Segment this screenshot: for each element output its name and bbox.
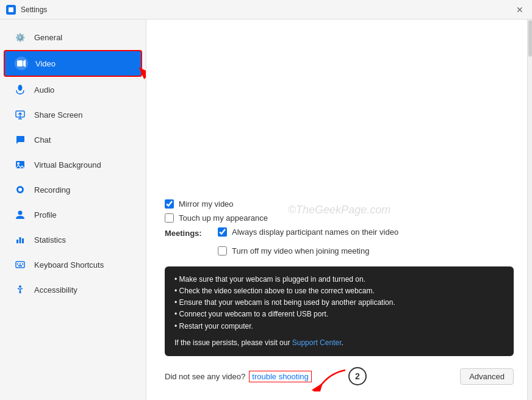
did-not-see-row: Did not see any video? trouble shooting … xyxy=(165,367,367,385)
sidebar-item-virtual-background[interactable]: Virtual Background xyxy=(4,152,142,177)
sidebar-item-video[interactable]: Video 1 xyxy=(4,50,142,77)
sidebar-item-recording-label: Recording xyxy=(34,185,70,195)
sidebar-item-accessibility-label: Accessibility xyxy=(34,285,77,295)
sidebar-item-video-label: Video xyxy=(35,59,56,68)
meetings-options: Always display participant names on thei… xyxy=(218,227,398,260)
sidebar: ⚙️ General Video 1 Audio xyxy=(0,20,146,400)
title-bar: Settings ✕ xyxy=(0,0,532,20)
sidebar-item-share-screen-label: Share Screen xyxy=(34,110,83,120)
settings-content: Mirror my video Touch up my appearance M… xyxy=(146,187,532,400)
always-display-row: Always display participant names on thei… xyxy=(218,227,398,237)
scrollbar-thumb[interactable] xyxy=(528,20,532,57)
content-area: ©TheGeekPage.com Mirror my video Touch u… xyxy=(146,20,532,400)
tooltip-line4: • Connect your webcam to a different USB… xyxy=(174,309,504,320)
always-display-label: Always display participant names on thei… xyxy=(232,227,398,237)
meetings-row: Meetings: Always display participant nam… xyxy=(165,227,514,260)
svg-rect-0 xyxy=(9,7,13,12)
svg-rect-19 xyxy=(20,263,21,265)
tooltip-line2: • Check the video selection above to use… xyxy=(174,285,504,297)
main-container: ⚙️ General Video 1 Audio xyxy=(0,20,532,400)
tooltip-popup: • Make sure that your webcam is plugged … xyxy=(165,266,514,356)
svg-rect-15 xyxy=(20,237,21,243)
window-title: Settings xyxy=(21,5,47,14)
sidebar-item-share-screen[interactable]: Share Screen xyxy=(4,102,142,127)
tooltip-line1: • Make sure that your webcam is plugged … xyxy=(174,274,504,285)
svg-marker-2 xyxy=(23,60,26,67)
svg-point-3 xyxy=(18,85,23,91)
svg-rect-1 xyxy=(17,60,23,66)
keyboard-shortcuts-icon xyxy=(13,258,27,271)
general-icon: ⚙️ xyxy=(13,30,27,44)
sidebar-item-virtual-bg-label: Virtual Background xyxy=(34,160,101,170)
sidebar-item-chat-label: Chat xyxy=(34,135,51,145)
scrollbar[interactable] xyxy=(527,20,532,400)
close-button[interactable]: ✕ xyxy=(514,4,526,16)
bottom-row: Did not see any video? trouble shooting … xyxy=(165,362,514,388)
touch-up-label: Touch up my appearance xyxy=(179,213,268,223)
sidebar-item-profile[interactable]: Profile xyxy=(4,202,142,227)
accessibility-icon xyxy=(13,283,27,296)
video-icon xyxy=(15,57,28,70)
svg-point-13 xyxy=(18,211,23,215)
tooltip-support-suffix: . xyxy=(341,338,343,347)
advanced-button[interactable]: Advanced xyxy=(460,368,514,385)
profile-icon xyxy=(13,208,27,221)
svg-point-10 xyxy=(17,162,20,165)
sidebar-item-statistics-label: Statistics xyxy=(34,235,66,245)
svg-rect-16 xyxy=(22,238,24,243)
tooltip-line5: • Restart your computer. xyxy=(174,321,504,332)
svg-rect-18 xyxy=(17,263,18,265)
touch-up-checkbox[interactable] xyxy=(165,213,174,223)
sidebar-item-keyboard-shortcuts-label: Keyboard Shortcuts xyxy=(34,260,104,270)
svg-point-12 xyxy=(18,188,22,191)
sidebar-item-general[interactable]: ⚙️ General xyxy=(4,25,142,49)
sidebar-item-general-label: General xyxy=(34,33,62,42)
svg-rect-20 xyxy=(22,263,23,265)
sidebar-item-keyboard-shortcuts[interactable]: Keyboard Shortcuts xyxy=(4,252,142,277)
mirror-video-row: Mirror my video xyxy=(165,199,514,209)
audio-icon xyxy=(13,83,27,96)
svg-rect-21 xyxy=(18,265,22,266)
tooltip-support-prefix: If the issue persists, please visit our xyxy=(174,338,292,347)
share-screen-icon xyxy=(13,108,27,121)
sidebar-item-chat[interactable]: Chat xyxy=(4,127,142,152)
meetings-label: Meetings: xyxy=(165,227,210,238)
turn-off-video-row: Turn off my video when joining meeting xyxy=(218,246,398,255)
sidebar-item-statistics[interactable]: Statistics xyxy=(4,227,142,252)
annotation-2-group: 2 xyxy=(318,367,367,385)
annotation-number-2: 2 xyxy=(348,367,367,385)
tooltip-support-row: If the issue persists, please visit our … xyxy=(174,337,504,349)
virtual-background-icon xyxy=(13,158,27,171)
sidebar-item-audio-label: Audio xyxy=(34,85,54,95)
mirror-video-label: Mirror my video xyxy=(179,199,234,209)
app-icon xyxy=(6,5,16,15)
support-center-link[interactable]: Support Center xyxy=(292,338,342,347)
sidebar-item-profile-label: Profile xyxy=(34,210,57,220)
sidebar-item-audio[interactable]: Audio xyxy=(4,77,142,102)
sidebar-item-recording[interactable]: Recording xyxy=(4,177,142,202)
tooltip-line3: • Ensure that your webcam is not being u… xyxy=(174,297,504,309)
svg-rect-14 xyxy=(16,240,18,243)
statistics-icon xyxy=(13,233,27,246)
recording-icon xyxy=(13,183,27,196)
svg-point-22 xyxy=(19,285,21,288)
sidebar-item-accessibility[interactable]: Accessibility xyxy=(4,277,142,302)
always-display-checkbox[interactable] xyxy=(218,227,227,237)
chat-icon xyxy=(13,133,27,146)
mirror-video-checkbox[interactable] xyxy=(165,199,174,209)
bottom-text-prefix: Did not see any video? xyxy=(165,372,245,381)
title-bar-left: Settings xyxy=(6,5,47,15)
turn-off-video-label: Turn off my video when joining meeting xyxy=(232,246,369,255)
troubleshoot-link[interactable]: trouble shooting xyxy=(249,371,312,382)
turn-off-video-checkbox[interactable] xyxy=(218,246,227,255)
touch-up-row: Touch up my appearance xyxy=(165,213,514,223)
